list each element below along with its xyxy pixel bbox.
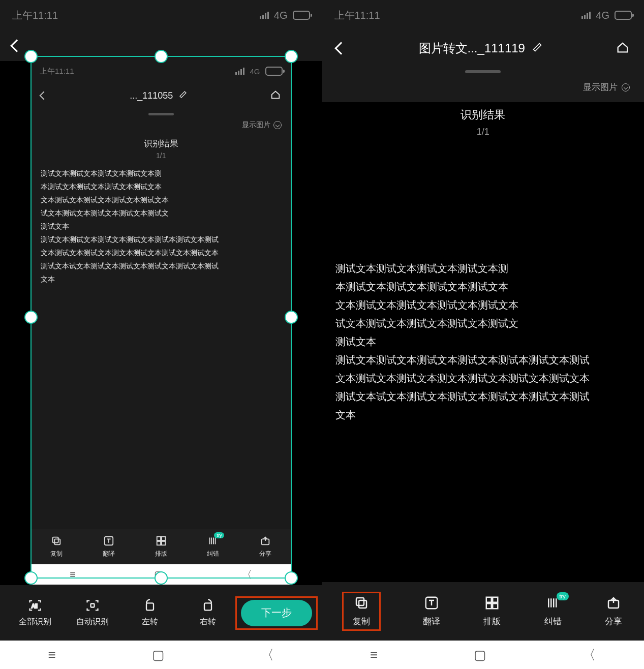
status-time: 上午11:11 [12,9,58,22]
text-line: 本测试文本测试文本测试文本测试文本 [335,278,631,296]
left-bottom-toolbar: All 全部识别 自动识别 左转 右转 下一步 [0,585,322,641]
crop-handle-bc[interactable] [155,571,168,585]
show-image-toggle[interactable]: 显示图片 [322,77,645,102]
battery-icon [293,11,310,20]
home-nav-icon[interactable]: ▢ [474,647,486,663]
svg-rect-13 [356,598,364,605]
back-nav-icon[interactable]: 〈 [261,646,274,664]
svg-rect-12 [359,600,366,608]
menu-icon[interactable]: ≡ [48,647,56,663]
crop-handle-br[interactable] [285,571,298,585]
copy-button[interactable]: 复制 [344,593,379,629]
crop-handle-mr[interactable] [285,311,298,324]
status-bar: 上午11:11 4G [322,0,645,31]
text-line: 试文本测试文本测试文本测试文本测试文 [335,314,631,332]
result-heading: 识别结果 [322,102,645,123]
back-icon[interactable] [10,39,23,52]
auto-recognize-icon [85,598,100,613]
layout-button[interactable]: 排版 [483,595,501,627]
signal-icon [260,12,269,19]
svg-text:All: All [32,603,38,609]
result-text: 测试文本测试文本测试文本测试文本测 本测试文本测试文本测试文本测试文本 文本测试… [322,137,645,424]
chevron-down-icon [622,83,630,92]
recognize-all-icon: All [27,598,43,613]
share-icon [605,595,622,611]
right-body: 识别结果 1/1 测试文本测试文本测试文本测试文本测 本测试文本测试文本测试文本… [322,102,645,582]
crop-handle-ml[interactable] [24,311,38,324]
translate-button[interactable]: 翻译 [423,595,440,627]
correct-button[interactable]: try 纠错 [544,595,562,627]
text-line: 测试文本 [335,332,631,351]
battery-icon [615,11,632,20]
signal-icon [581,12,591,19]
svg-rect-10 [146,603,154,610]
right-panel: 上午11:11 4G 图片转文..._111119 显示图片 识别结果 1/1 … [322,0,645,669]
network-label: 4G [274,10,288,21]
page-title: 图片转文..._111119 [419,40,525,56]
crop-handle-tl[interactable] [24,50,38,63]
share-button[interactable]: 分享 [605,595,622,627]
right-toolbar: 复制 翻译 排版 try 纠错 分享 [322,582,645,641]
text-line: 测试文本测试文本测试文本测试文本测 [335,259,631,278]
rotate-right-icon [200,598,216,613]
layout-icon [484,595,500,611]
crop-handle-tr[interactable] [285,50,298,63]
try-badge: try [557,592,569,600]
text-line: 文本测试文本测试文本测试文本测试文本 [335,296,631,314]
home-icon[interactable] [616,40,630,56]
text-line: 测试文本试文本测试文本测试文本测试文本测试文本测试 [335,387,631,406]
status-bar: 上午11:11 4G [0,0,322,31]
crop-stage: 上午11:11 4G ..._111055 [0,61,322,585]
network-label: 4G [596,10,609,21]
crop-box[interactable] [30,56,292,579]
svg-rect-15 [486,597,492,602]
svg-rect-17 [486,603,492,609]
svg-rect-18 [493,603,498,609]
translate-icon [423,595,440,611]
next-button[interactable]: 下一步 [241,600,312,626]
copy-icon [353,595,370,611]
crop-handle-bl[interactable] [24,571,38,585]
next-button-highlight: 下一步 [237,598,316,628]
svg-rect-11 [204,603,211,610]
status-right: 4G [260,10,310,21]
auto-recognize-button[interactable]: 自动识别 [64,598,121,627]
recognize-all-button[interactable]: All 全部识别 [6,598,64,627]
svg-rect-16 [493,597,498,602]
rotate-left-button[interactable]: 左转 [121,598,179,627]
home-nav-icon[interactable]: ▢ [152,647,165,663]
right-header: 图片转文..._111119 [322,31,645,66]
back-icon[interactable] [334,42,347,54]
edit-icon[interactable] [532,41,542,55]
back-nav-icon[interactable]: 〈 [582,646,596,664]
rotate-right-button[interactable]: 右转 [179,598,236,627]
rotate-left-icon [142,598,158,613]
right-title-wrap: 图片转文..._111119 [419,40,542,56]
crop-handle-tc[interactable] [155,50,168,63]
left-sys-nav: ≡ ▢ 〈 [0,641,322,669]
menu-icon[interactable]: ≡ [370,647,378,663]
status-time: 上午11:11 [334,9,380,22]
left-panel: 上午11:11 4G 上午11:11 4G ..._111055 [0,0,322,669]
text-line: 文本 [335,406,631,424]
result-page: 1/1 [322,127,645,137]
drag-handle-icon[interactable] [465,70,501,73]
right-sys-nav: ≡ ▢ 〈 [322,641,645,669]
text-line: 测试文本测试文本测试文本测试文本测试本测试文本测试 [335,351,631,369]
svg-rect-9 [91,604,95,607]
text-line: 文本测试文本测试文本测文本测试文本测试文本测试文本 [335,369,631,387]
